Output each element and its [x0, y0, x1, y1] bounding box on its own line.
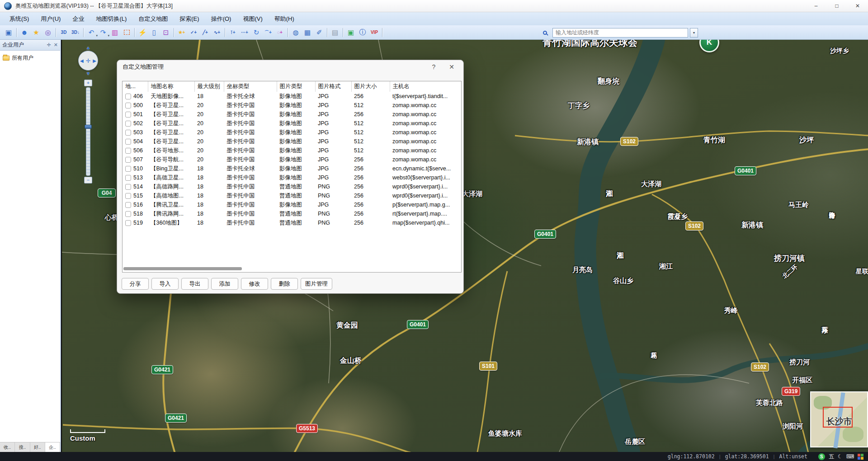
pan-down-arrow[interactable]: ▼ — [77, 71, 99, 76]
menu-item-操作(O)[interactable]: 操作(O) — [205, 12, 237, 25]
menu-item-自定义地图[interactable]: 自定义地图 — [132, 12, 174, 25]
launcher-grid-icon[interactable] — [858, 454, 863, 460]
zoom-slider-thumb[interactable] — [85, 125, 92, 129]
pan-up-arrow[interactable]: ▲ — [77, 45, 99, 50]
column-header-地...[interactable]: 地... — [123, 81, 148, 92]
row-checkbox[interactable] — [125, 175, 131, 181]
add-line-icon[interactable]: ╱+ — [199, 27, 211, 38]
menu-item-帮助(H)[interactable]: 帮助(H) — [269, 12, 300, 25]
overview-minimap[interactable]: 长沙市 — [810, 391, 868, 447]
zoom-in-button[interactable]: + — [84, 80, 92, 86]
row-checkbox[interactable] — [125, 112, 131, 118]
ruler-icon[interactable]: ▯ — [148, 27, 160, 38]
sogou-logo-icon[interactable]: S — [818, 453, 825, 460]
table-row[interactable]: 503【谷哥卫星...20墨卡托中国影像地图JPG512zomap.womap.… — [123, 128, 462, 137]
dialog-button-导入[interactable]: 导入 — [151, 278, 179, 290]
pin-icon[interactable]: ✛ — [47, 42, 51, 48]
rotate-view-icon[interactable]: ↻ — [250, 27, 262, 38]
column-header-图片类型[interactable]: 图片类型 — [277, 81, 315, 92]
globe-grid-icon[interactable]: ◍ — [290, 27, 302, 38]
column-header-图片格式[interactable]: 图片格式 — [315, 81, 351, 92]
pan-circle[interactable]: ◀ ✛ ▶ — [78, 51, 98, 71]
vip-icon[interactable]: VIP — [368, 27, 380, 38]
dialog-close-button[interactable]: ✕ — [449, 63, 454, 71]
row-checkbox[interactable] — [125, 184, 131, 190]
pan-right-arrow[interactable]: ▶ — [93, 58, 96, 63]
keyboard-icon[interactable]: ⌨ — [846, 453, 854, 460]
column-header-最大级别[interactable]: 最大级别 — [194, 81, 224, 92]
redo-icon[interactable]: ↷▾ — [97, 27, 109, 38]
zoom-out-button[interactable]: − — [84, 177, 92, 183]
column-header-地图名称[interactable]: 地图名称 — [148, 81, 194, 92]
add-favorite-icon[interactable]: ★+ — [176, 27, 188, 38]
minimize-button[interactable]: – — [806, 0, 826, 12]
column-header-坐标类型[interactable]: 坐标类型 — [224, 81, 277, 92]
add-arc-icon[interactable]: ⌒+ — [262, 27, 274, 38]
menu-item-企业[interactable]: 企业 — [66, 12, 90, 25]
quick-draw-icon[interactable]: ⚡ — [137, 27, 148, 38]
pan-left-arrow[interactable]: ◀ — [80, 58, 84, 63]
delete-trash-icon[interactable]: ▥ — [109, 27, 121, 38]
row-checkbox[interactable] — [125, 220, 131, 226]
row-checkbox[interactable] — [125, 103, 131, 108]
select-rect-icon[interactable] — [121, 27, 132, 38]
dialog-title-bar[interactable]: 自定义地图管理 ? ✕ — [117, 60, 463, 74]
tilt-3d-icon[interactable]: 3D↓ — [70, 27, 81, 38]
menu-item-地图切换(L)[interactable]: 地图切换(L) — [90, 12, 132, 25]
close-button[interactable]: ✕ — [847, 0, 868, 12]
table-row[interactable]: 507【谷哥导航...20墨卡托中国影像地图JPG256zomap.womap.… — [123, 155, 462, 164]
search-dropdown-button[interactable]: ▾ — [690, 28, 698, 38]
table-row[interactable]: 504【谷哥卫星...20墨卡托中国影像地图JPG512zomap.womap.… — [123, 137, 462, 146]
table-row[interactable]: 510【Bing卫星...18墨卡托全球影像地图JPG256ecn.dynami… — [123, 164, 462, 173]
row-checkbox[interactable] — [125, 139, 131, 145]
dialog-button-分享[interactable]: 分享 — [122, 278, 149, 290]
table-row[interactable]: 515【高德地图...18墨卡托中国普通地图PNG256wprd0{$serve… — [123, 191, 462, 200]
table-row[interactable]: 500【谷哥卫星...20墨卡托中国影像地图JPG512zomap.womap.… — [123, 101, 462, 110]
moon-mode-icon[interactable]: ☾ — [838, 453, 843, 460]
table-row[interactable]: 502【谷哥卫星...20墨卡托中国影像地图JPG512zomap.womap.… — [123, 119, 462, 128]
table-row[interactable]: 519【360地图】18墨卡托中国普通地图PNG256map{$serverpa… — [123, 218, 462, 227]
column-header-图片大小[interactable]: 图片大小 — [351, 81, 390, 92]
menu-item-系统(S)[interactable]: 系统(S) — [4, 12, 35, 25]
sidebar-tab-收..[interactable]: 收.. — [0, 442, 15, 452]
menu-item-探索(E)[interactable]: 探索(E) — [174, 12, 205, 25]
table-row[interactable]: 506【谷哥地形...20墨卡托中国影像地图JPG512zomap.womap.… — [123, 146, 462, 155]
scrollbar-thumb[interactable] — [123, 267, 242, 270]
row-checkbox[interactable] — [125, 202, 131, 208]
menu-item-视图(V)[interactable]: 视图(V) — [237, 12, 268, 25]
sidebar-tab-好..[interactable]: 好.. — [30, 442, 45, 452]
wubi-mode-icon[interactable]: 五 — [829, 453, 834, 461]
add-circle-icon[interactable]: ◌+ — [274, 27, 286, 38]
draw-pen-icon[interactable]: ✐ — [313, 27, 325, 38]
favorites-star-icon[interactable]: ★ — [30, 27, 42, 38]
dialog-help-button[interactable]: ? — [432, 63, 435, 71]
dialog-button-修改[interactable]: 修改 — [241, 278, 268, 290]
row-checkbox[interactable] — [125, 211, 131, 217]
tree-item-all-users[interactable]: 所有用户 — [3, 54, 57, 62]
sync-screen-icon[interactable]: ▣ — [345, 27, 357, 38]
sidebar-tab-搜..[interactable]: 搜.. — [15, 442, 30, 452]
row-checkbox[interactable] — [125, 121, 131, 127]
horizontal-scrollbar[interactable] — [123, 267, 460, 271]
sidebar-close-icon[interactable]: ✕ — [54, 42, 58, 48]
dialog-button-添加[interactable]: 添加 — [211, 278, 238, 290]
row-checkbox[interactable] — [125, 130, 131, 136]
row-checkbox[interactable] — [125, 193, 131, 199]
search-input[interactable] — [552, 28, 688, 38]
user-icon[interactable]: ☻ — [19, 27, 30, 38]
view-3d-icon[interactable]: 3D — [58, 27, 70, 38]
table-row[interactable]: 516【腾讯卫星...18墨卡托中国影像地图JPG256p{$serverpar… — [123, 200, 462, 209]
row-checkbox[interactable] — [125, 148, 131, 154]
menu-item-用户(U)[interactable]: 用户(U) — [35, 12, 66, 25]
zoom-slider[interactable] — [86, 87, 90, 176]
add-point-series-icon[interactable]: ⋯+ — [239, 27, 250, 38]
search-icon[interactable] — [539, 27, 551, 38]
maximize-button[interactable]: □ — [826, 0, 847, 12]
clipboard-icon[interactable]: ▤ — [329, 27, 341, 38]
binoculars-search-icon[interactable]: ◎ — [42, 27, 54, 38]
table-row[interactable]: 501【谷哥卫星...20墨卡托中国影像地图JPG256zomap.womap.… — [123, 110, 462, 119]
column-header-主机名[interactable]: 主机名 — [390, 81, 462, 92]
add-track-icon[interactable]: ∿+ — [211, 27, 223, 38]
undo-icon[interactable]: ↶▾ — [85, 27, 97, 38]
row-checkbox[interactable] — [125, 94, 131, 99]
